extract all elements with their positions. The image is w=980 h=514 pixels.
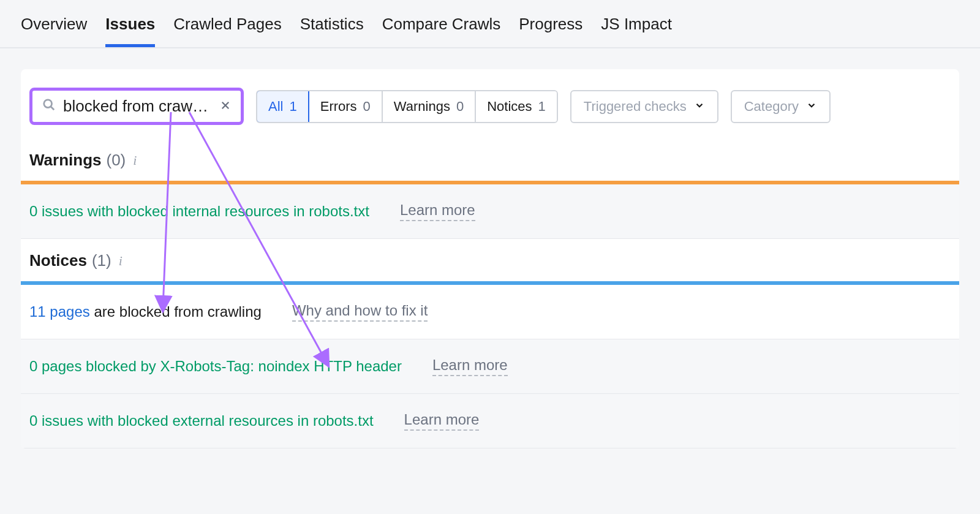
- filter-count: 1: [538, 99, 546, 115]
- search-value[interactable]: blocked from craw…: [63, 97, 213, 116]
- issue-text: 0 issues with blocked external resources…: [29, 412, 374, 429]
- filter-label: All: [268, 99, 283, 115]
- svg-point-0: [44, 99, 52, 107]
- info-icon[interactable]: i: [133, 153, 137, 168]
- issue-row[interactable]: 0 pages blocked by X-Robots-Tag: noindex…: [21, 339, 959, 394]
- tab-progress[interactable]: Progress: [519, 0, 582, 47]
- tab-issues[interactable]: Issues: [105, 0, 155, 47]
- info-icon[interactable]: i: [119, 253, 123, 269]
- filter-warnings[interactable]: Warnings0: [383, 91, 476, 122]
- issue-row[interactable]: 0 issues with blocked external resources…: [21, 394, 959, 448]
- dropdown-label: Category: [744, 99, 799, 115]
- issue-link[interactable]: 11 pages: [29, 303, 90, 320]
- section-count: (1): [92, 251, 111, 270]
- section-header-warnings: Warnings (0)i: [21, 138, 959, 181]
- filter-count: 1: [289, 99, 296, 115]
- tab-js-impact[interactable]: JS Impact: [601, 0, 672, 47]
- issue-text: 0 issues with blocked internal resources…: [29, 203, 369, 220]
- filter-chips: All1Errors0Warnings0Notices1: [256, 90, 558, 123]
- top-tabs: OverviewIssuesCrawled PagesStatisticsCom…: [0, 0, 980, 48]
- triggered-checks-dropdown[interactable]: Triggered checks: [570, 90, 718, 123]
- tab-statistics[interactable]: Statistics: [300, 0, 364, 47]
- section-count: (0): [106, 151, 126, 170]
- tab-crawled-pages[interactable]: Crawled Pages: [173, 0, 281, 47]
- filter-label: Notices: [487, 99, 532, 115]
- section-title: Notices: [29, 251, 87, 270]
- learn-more-link[interactable]: Learn more: [400, 202, 475, 221]
- section-title: Warnings: [29, 151, 101, 170]
- chevron-down-icon: [806, 99, 817, 115]
- filter-label: Errors: [320, 99, 357, 115]
- learn-more-link[interactable]: Learn more: [432, 357, 508, 376]
- category-dropdown[interactable]: Category: [731, 90, 831, 123]
- filter-notices[interactable]: Notices1: [476, 91, 557, 122]
- filter-bar: blocked from craw… All1Errors0Warnings0N…: [21, 69, 959, 138]
- dropdown-label: Triggered checks: [584, 99, 687, 115]
- filter-all[interactable]: All1: [256, 90, 309, 123]
- issue-row[interactable]: 0 issues with blocked internal resources…: [21, 184, 959, 239]
- svg-line-1: [51, 106, 55, 110]
- chevron-down-icon: [694, 99, 705, 115]
- issue-row[interactable]: 11 pages are blocked from crawlingWhy an…: [21, 285, 959, 339]
- search-input-wrap[interactable]: blocked from craw…: [29, 88, 244, 125]
- filter-label: Warnings: [394, 99, 450, 115]
- tab-compare-crawls[interactable]: Compare Crawls: [382, 0, 501, 47]
- filter-count: 0: [363, 99, 371, 115]
- issues-panel: blocked from craw… All1Errors0Warnings0N…: [21, 69, 959, 448]
- issue-text: 11 pages are blocked from crawling: [29, 303, 262, 320]
- learn-more-link[interactable]: Learn more: [404, 411, 480, 431]
- filter-count: 0: [456, 99, 464, 115]
- filter-errors[interactable]: Errors0: [309, 91, 383, 122]
- issue-text: 0 pages blocked by X-Robots-Tag: noindex…: [29, 358, 402, 375]
- learn-more-link[interactable]: Why and how to fix it: [292, 302, 428, 322]
- clear-search-icon[interactable]: [220, 99, 231, 115]
- section-header-notices: Notices (1)i: [21, 239, 959, 281]
- tab-overview[interactable]: Overview: [21, 0, 87, 47]
- search-icon: [42, 98, 56, 115]
